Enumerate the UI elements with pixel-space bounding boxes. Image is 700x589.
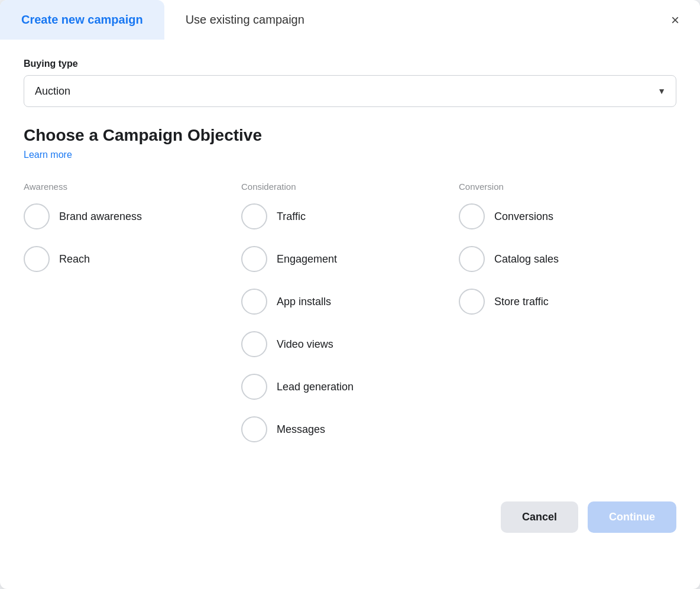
traffic-radio[interactable]	[241, 203, 267, 229]
cancel-button[interactable]: Cancel	[501, 501, 578, 533]
conversions-radio[interactable]	[459, 203, 485, 229]
traffic-label: Traffic	[277, 211, 306, 223]
app-installs-radio[interactable]	[241, 289, 267, 315]
dialog-body: Buying type Auction Reach and Frequency …	[0, 40, 700, 483]
catalog-sales-radio[interactable]	[459, 246, 485, 272]
app-installs-item[interactable]: App installs	[241, 289, 447, 315]
consideration-column: Consideration Traffic Engagement App ins…	[241, 182, 459, 459]
video-views-label: Video views	[277, 338, 333, 351]
buying-type-select-wrapper: Auction Reach and Frequency ▼	[24, 75, 676, 107]
messages-item[interactable]: Messages	[241, 416, 447, 442]
learn-more-link[interactable]: Learn more	[24, 150, 72, 160]
continue-button[interactable]: Continue	[588, 501, 676, 533]
conversion-header: Conversion	[459, 182, 665, 192]
lead-generation-label: Lead generation	[277, 381, 354, 393]
conversion-column: Conversion Conversions Catalog sales Sto…	[459, 182, 676, 459]
dialog-header: Create new campaign Use existing campaig…	[0, 0, 700, 40]
consideration-header: Consideration	[241, 182, 447, 192]
campaign-dialog: Create new campaign Use existing campaig…	[0, 0, 700, 589]
tab-create-new[interactable]: Create new campaign	[0, 0, 164, 40]
tab-use-existing[interactable]: Use existing campaign	[164, 0, 326, 40]
reach-label: Reach	[59, 253, 90, 266]
video-views-radio[interactable]	[241, 331, 267, 357]
buying-type-label: Buying type	[24, 59, 676, 69]
video-views-item[interactable]: Video views	[241, 331, 447, 357]
awareness-column: Awareness Brand awareness Reach	[24, 182, 241, 459]
reach-item[interactable]: Reach	[24, 246, 229, 272]
reach-radio[interactable]	[24, 246, 50, 272]
conversions-item[interactable]: Conversions	[459, 203, 665, 229]
catalog-sales-item[interactable]: Catalog sales	[459, 246, 665, 272]
engagement-radio[interactable]	[241, 246, 267, 272]
brand-awareness-item[interactable]: Brand awareness	[24, 203, 229, 229]
lead-generation-item[interactable]: Lead generation	[241, 374, 447, 400]
objectives-grid: Awareness Brand awareness Reach Consider…	[24, 182, 676, 459]
brand-awareness-label: Brand awareness	[59, 211, 142, 223]
awareness-header: Awareness	[24, 182, 229, 192]
catalog-sales-label: Catalog sales	[494, 253, 559, 266]
brand-awareness-radio[interactable]	[24, 203, 50, 229]
buying-type-select[interactable]: Auction Reach and Frequency	[24, 75, 676, 107]
messages-label: Messages	[277, 423, 325, 436]
traffic-item[interactable]: Traffic	[241, 203, 447, 229]
conversions-label: Conversions	[494, 211, 553, 223]
engagement-label: Engagement	[277, 253, 337, 266]
lead-generation-radio[interactable]	[241, 374, 267, 400]
messages-radio[interactable]	[241, 416, 267, 442]
store-traffic-radio[interactable]	[459, 289, 485, 315]
close-button[interactable]: ×	[665, 9, 686, 31]
app-installs-label: App installs	[277, 296, 331, 308]
objective-title: Choose a Campaign Objective	[24, 126, 676, 145]
dialog-footer: Cancel Continue	[0, 483, 700, 556]
engagement-item[interactable]: Engagement	[241, 246, 447, 272]
store-traffic-label: Store traffic	[494, 296, 549, 308]
store-traffic-item[interactable]: Store traffic	[459, 289, 665, 315]
